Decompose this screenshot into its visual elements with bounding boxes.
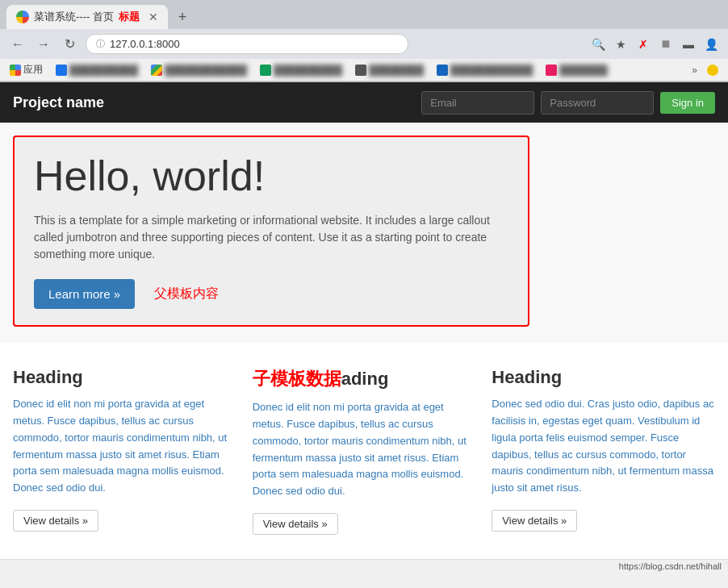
bookmark-4-label: ████████	[369, 65, 424, 76]
password-input[interactable]	[541, 91, 654, 115]
extension-puzzle-icon[interactable]: ■	[657, 35, 675, 53]
bookmark-3-label: ██████████	[274, 65, 342, 76]
card-2-text: Donec id elit non mi porta gravida at eg…	[253, 399, 476, 500]
bookmark-1-favicon	[56, 65, 67, 76]
bookmark-3[interactable]: ██████████	[257, 63, 345, 77]
navbar-brand: Project name	[13, 94, 421, 111]
bookmarks-more-button[interactable]: »	[692, 65, 697, 76]
extensions-icon[interactable]: ▬	[680, 35, 697, 53]
bookmark-profile-favicon	[707, 65, 718, 76]
bookmark-1-label: ██████████	[69, 65, 138, 76]
navbar: Project name Sign in	[0, 82, 728, 123]
status-url: https://blog.csdn.net/hihall	[619, 561, 722, 571]
card-1-heading: Heading	[13, 367, 236, 388]
bookmark-5[interactable]: ████████████	[433, 63, 536, 77]
navbar-form: Sign in	[421, 91, 715, 115]
email-input[interactable]	[421, 91, 534, 115]
bookmark-6-favicon	[546, 65, 557, 76]
card-2-heading-red: 子模板数据	[253, 369, 341, 389]
bookmark-2-label: ████████████	[165, 65, 247, 76]
new-tab-button[interactable]: +	[171, 6, 194, 28]
learn-more-button[interactable]: Learn more »	[34, 279, 135, 309]
card-3-text: Donec sed odio dui. Cras justo odio, dap…	[492, 396, 715, 497]
jumbotron-actions: Learn more » 父模板内容	[34, 279, 508, 309]
apps-label: 应用	[23, 63, 43, 77]
card-1-text: Donec id elit non mi porta gravida at eg…	[13, 396, 236, 497]
lock-icon: ⓘ	[96, 38, 105, 50]
jumbotron-description: This is a template for a simple marketin…	[34, 212, 508, 263]
bookmark-3-favicon	[260, 65, 271, 76]
parent-content-label: 父模板内容	[154, 286, 219, 302]
bookmarks-bar: 应用 ██████████ ████████████ ██████████ ██…	[0, 59, 728, 81]
apps-favicon	[10, 65, 21, 76]
bookmark-profile[interactable]	[704, 63, 722, 77]
card-2: 子模板数据ading Donec id elit non mi porta gr…	[253, 367, 476, 535]
tab-bar: 菜谱系统---- 首页 标题 ✕ +	[0, 0, 728, 29]
card-2-heading-suffix: ading	[341, 369, 389, 389]
forward-button[interactable]: →	[34, 35, 53, 54]
bookmark-5-label: ████████████	[450, 65, 533, 76]
active-tab[interactable]: 菜谱系统---- 首页 标题 ✕	[6, 5, 168, 29]
bookmark-1[interactable]: ██████████	[52, 63, 141, 77]
card-3-view-details-button[interactable]: View details »	[492, 510, 577, 532]
card-2-heading: 子模板数据ading	[253, 367, 476, 391]
page-content: Project name Sign in Hello, world! This …	[0, 82, 728, 559]
back-button[interactable]: ←	[8, 35, 27, 54]
browser-icons: 🔍 ★ ✗ ■ ▬ 👤	[589, 35, 720, 53]
tab-close-button[interactable]: ✕	[149, 10, 158, 23]
bookmark-6[interactable]: ███████	[542, 63, 611, 77]
apps-bookmark[interactable]: 应用	[6, 61, 46, 78]
tab-title-normal: 菜谱系统---- 首页	[34, 10, 114, 24]
cards-section: Heading Donec id elit non mi porta gravi…	[0, 343, 728, 559]
jumbotron-title: Hello, world!	[34, 153, 508, 199]
bookmark-4[interactable]: ████████	[352, 63, 427, 77]
browser-chrome: 菜谱系统---- 首页 标题 ✕ + ← → ↻ ⓘ 127.0.0.1:800…	[0, 0, 728, 82]
card-2-view-details-button[interactable]: View details »	[253, 513, 338, 535]
search-icon[interactable]: 🔍	[589, 35, 607, 53]
tab-title-red: 标题	[119, 10, 140, 24]
url-text: 127.0.0.1:8000	[110, 38, 180, 50]
card-3: Heading Donec sed odio dui. Cras justo o…	[492, 367, 715, 535]
bookmark-5-favicon	[437, 65, 448, 76]
reload-button[interactable]: ↻	[60, 35, 79, 54]
bookmark-2-favicon	[151, 65, 162, 76]
card-1-view-details-button[interactable]: View details »	[13, 510, 98, 532]
url-bar[interactable]: ⓘ 127.0.0.1:8000	[86, 34, 408, 54]
tab-favicon	[16, 10, 29, 23]
extension-x-icon[interactable]: ✗	[634, 35, 652, 53]
card-3-heading: Heading	[492, 367, 715, 388]
bookmark-4-favicon	[355, 65, 366, 76]
profile-icon[interactable]: 👤	[702, 35, 720, 53]
bookmark-6-label: ███████	[559, 65, 608, 76]
jumbotron-wrapper: Hello, world! This is a template for a s…	[0, 123, 728, 327]
card-1: Heading Donec id elit non mi porta gravi…	[13, 367, 236, 535]
bookmark-star-icon[interactable]: ★	[612, 35, 630, 53]
status-bar: https://blog.csdn.net/hihall	[0, 559, 728, 573]
address-bar: ← → ↻ ⓘ 127.0.0.1:8000 🔍 ★ ✗ ■ ▬ 👤	[0, 29, 728, 59]
jumbotron: Hello, world! This is a template for a s…	[13, 136, 529, 327]
sign-in-button[interactable]: Sign in	[660, 92, 715, 114]
bookmark-2[interactable]: ████████████	[148, 63, 250, 77]
